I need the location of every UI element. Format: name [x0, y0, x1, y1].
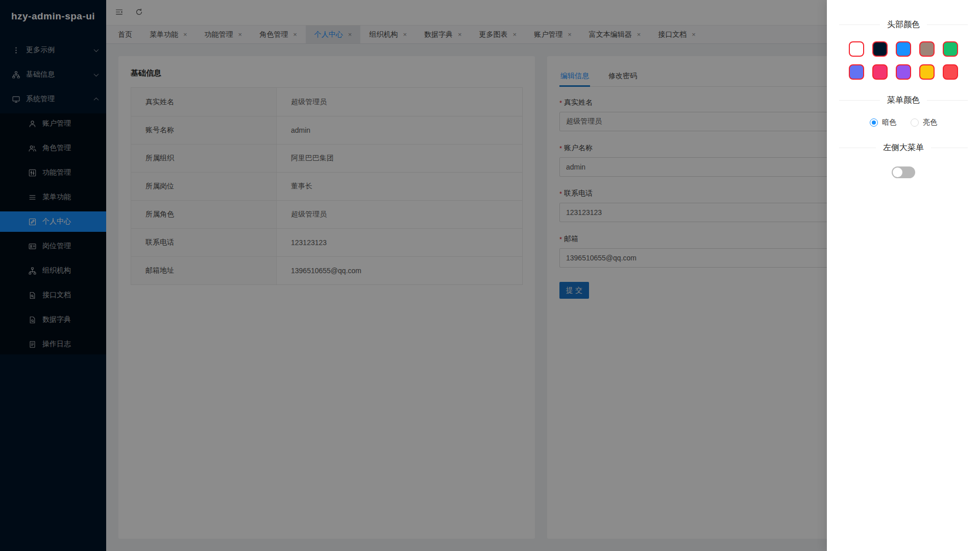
menu-color-options: 暗色亮色 — [827, 118, 980, 127]
header-color-swatch-8[interactable] — [896, 64, 911, 80]
header-color-swatches — [827, 41, 980, 80]
header-color-swatch-7[interactable] — [872, 64, 888, 80]
header-color-swatch-6[interactable] — [849, 64, 864, 80]
big-menu-toggle-wrap — [827, 166, 980, 178]
big-menu-toggle[interactable] — [892, 166, 915, 178]
header-color-swatch-5[interactable] — [943, 41, 958, 57]
menu-color-radio-dark[interactable]: 暗色 — [870, 118, 896, 127]
header-color-swatch-1[interactable] — [849, 41, 864, 57]
radio-circle-icon — [911, 118, 919, 127]
radio-circle-icon — [870, 118, 878, 127]
header-color-title: 头部颜色 — [880, 19, 927, 30]
big-menu-section-divider: 左侧大菜单 — [827, 142, 980, 153]
radio-label: 暗色 — [882, 118, 896, 127]
header-color-swatch-4[interactable] — [919, 41, 935, 57]
header-color-swatch-3[interactable] — [896, 41, 911, 57]
app-root: hzy-admin-spa-ui 更多示例基础信息系统管理账户管理角色管理功能管… — [0, 0, 980, 551]
menu-color-section-divider: 菜单颜色 — [827, 95, 980, 106]
big-menu-title: 左侧大菜单 — [876, 142, 931, 153]
menu-color-title: 菜单颜色 — [880, 95, 927, 106]
menu-color-radio-light[interactable]: 亮色 — [911, 118, 937, 127]
header-color-swatch-9[interactable] — [919, 64, 935, 80]
header-color-section-divider: 头部颜色 — [827, 19, 980, 30]
settings-drawer: 头部颜色 菜单颜色 暗色亮色 左侧大菜单 — [827, 0, 980, 551]
header-color-swatch-10[interactable] — [943, 64, 958, 80]
header-color-swatch-2[interactable] — [872, 41, 888, 57]
toggle-knob — [893, 167, 902, 177]
radio-label: 亮色 — [923, 118, 937, 127]
